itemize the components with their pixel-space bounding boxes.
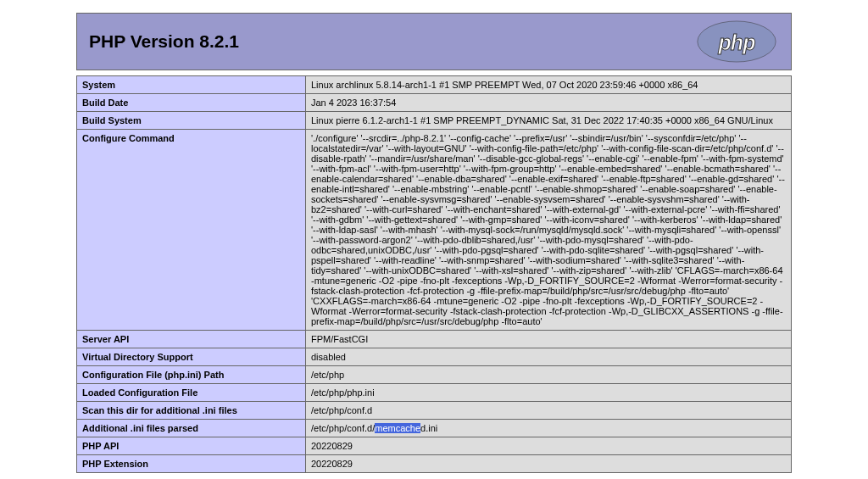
phpinfo-header: PHP Version 8.2.1 php <box>76 13 792 70</box>
info-key: PHP Extension <box>77 455 306 473</box>
table-row: Additional .ini files parsed/etc/php/con… <box>77 420 792 437</box>
page-title: PHP Version 8.2.1 <box>89 31 239 52</box>
table-row: Loaded Configuration File/etc/php/php.in… <box>77 384 792 402</box>
php-logo: php <box>694 20 779 63</box>
info-value: FPM/FastCGI <box>306 331 792 348</box>
info-key: Configuration File (php.ini) Path <box>77 366 306 384</box>
info-value: Linux archlinux 5.8.14-arch1-1 #1 SMP PR… <box>306 76 792 94</box>
table-row: Build DateJan 4 2023 16:37:54 <box>77 94 792 112</box>
info-key: Additional .ini files parsed <box>77 420 306 437</box>
table-row: Scan this dir for additional .ini files/… <box>77 402 792 420</box>
value-prefix: /etc/php/conf.d/ <box>311 423 375 433</box>
table-row: Virtual Directory Supportdisabled <box>77 348 792 366</box>
value-suffix: d.ini <box>420 423 437 433</box>
info-value: disabled <box>306 348 792 366</box>
info-value: 20220829 <box>306 437 792 455</box>
table-row: Server APIFPM/FastCGI <box>77 331 792 348</box>
table-row: Configure Command'./configure' '--srcdir… <box>77 130 792 331</box>
info-value: /etc/php/conf.d/memcached.ini <box>306 420 792 437</box>
info-key: System <box>77 76 306 94</box>
info-value: /etc/php/php.ini <box>306 384 792 402</box>
info-key: Build System <box>77 112 306 130</box>
table-row: Build SystemLinux pierre 6.1.2-arch1-1 #… <box>77 112 792 130</box>
svg-text:php: php <box>718 31 756 54</box>
table-row: SystemLinux archlinux 5.8.14-arch1-1 #1 … <box>77 76 792 94</box>
info-value: /etc/php <box>306 366 792 384</box>
info-value: /etc/php/conf.d <box>306 402 792 420</box>
info-key: PHP API <box>77 437 306 455</box>
phpinfo-table: SystemLinux archlinux 5.8.14-arch1-1 #1 … <box>76 75 792 473</box>
search-highlight: memcache <box>375 423 420 433</box>
info-value: Jan 4 2023 16:37:54 <box>306 94 792 112</box>
info-key: Build Date <box>77 94 306 112</box>
info-key: Server API <box>77 331 306 348</box>
info-value: './configure' '--srcdir=../php-8.2.1' '-… <box>306 130 792 331</box>
table-row: PHP Extension20220829 <box>77 455 792 473</box>
info-key: Loaded Configuration File <box>77 384 306 402</box>
table-row: Configuration File (php.ini) Path/etc/ph… <box>77 366 792 384</box>
info-key: Configure Command <box>77 130 306 331</box>
info-key: Virtual Directory Support <box>77 348 306 366</box>
info-key: Scan this dir for additional .ini files <box>77 402 306 420</box>
info-value: Linux pierre 6.1.2-arch1-1 #1 SMP PREEMP… <box>306 112 792 130</box>
table-row: PHP API20220829 <box>77 437 792 455</box>
info-value: 20220829 <box>306 455 792 473</box>
